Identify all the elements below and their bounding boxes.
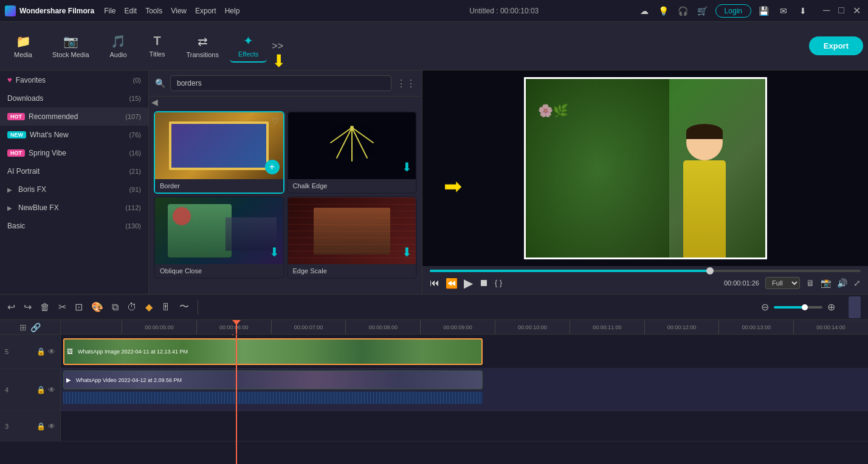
tool-titles[interactable]: T Titles [139,30,176,61]
right-bracket-icon[interactable]: } [500,279,502,287]
spring-vibe-label: Spring Vibe [29,149,66,157]
basic-left: Basic [7,222,25,230]
preview-panel: 🌸🌿 ⏮ ⏪ ▶ ⏹ { } 00 [422,70,868,294]
step-back-button[interactable]: ⏪ [446,278,458,289]
recommended-left: HOT Recommended [7,112,78,121]
tool-transitions[interactable]: ⇄ Transitions [178,30,227,62]
tool-stock-media[interactable]: 📷 Stock Media [44,30,98,62]
export-button[interactable]: Export [809,36,863,55]
sidebar-item-boris-fx[interactable]: ▶ Boris FX (91) [0,180,148,199]
scroll-left-icon[interactable]: ◀ [151,97,158,107]
fullscreen-icon[interactable]: ⤢ [853,278,861,288]
crop-icon[interactable]: ⊡ [75,301,83,313]
track-content-3[interactable] [61,411,868,441]
sidebar-item-whats-new[interactable]: NEW What's New (76) [0,126,148,144]
search-input[interactable] [170,75,391,91]
cloud-icon[interactable]: ☁ [638,4,651,18]
menu-help[interactable]: Help [225,7,240,15]
sidebar-item-recommended[interactable]: HOT Recommended (107) [0,107,148,126]
menu-tools[interactable]: Tools [145,7,162,15]
sidebar-item-spring-vibe[interactable]: HOT Spring Vibe (16) [0,144,148,162]
menu-file[interactable]: File [104,7,115,15]
camera-icon[interactable]: 📸 [821,278,831,288]
clip-video-icon: ▶ [66,377,71,383]
track-content-4[interactable]: ▶ WhatsApp Video 2022-04-12 at 2.09.56 P… [61,369,868,411]
headset-icon[interactable]: 🎧 [677,4,690,18]
tool-audio[interactable]: 🎵 Audio [100,30,137,62]
skip-back-button[interactable]: ⏮ [430,278,439,288]
effect-card-border[interactable]: ♡ + Border [154,111,284,194]
effect-card-edge-scale[interactable]: ⬇ Edge Scale [287,196,418,279]
waveform-icon[interactable]: 〜 [179,301,189,313]
zoom-select[interactable]: Full 50% 25% [765,277,800,289]
snap-icon[interactable]: ⊞ [19,322,27,332]
track-eye-5[interactable]: 👁 [48,347,55,356]
volume-icon[interactable]: 🔊 [837,278,847,288]
cart-icon[interactable]: 🛒 [696,4,709,18]
track-lock-5[interactable]: 🔒 [36,347,46,356]
oblique-close-download-icon[interactable]: ⬇ [269,245,280,259]
left-bracket-icon[interactable]: { [495,279,497,287]
audio-mix-icon[interactable]: 🎚 [161,302,171,313]
preview-frame: 🌸🌿 [526,79,765,258]
scissors-icon: ✂ [231,335,242,341]
border-heart-icon[interactable]: ♡ [272,116,280,126]
downloads-label: Downloads [7,94,43,103]
border-add-button[interactable]: + [265,160,280,174]
titles-icon: T [153,34,160,48]
stop-button[interactable]: ⏹ [479,278,489,288]
grid-view-icon[interactable]: ⋮⋮ [396,78,416,89]
tool-media[interactable]: 📁 Media [5,30,41,62]
timeline: ↩ ↪ 🗑 ✂ ⊡ 🎨 ⧉ ⏱ ◆ 🎚 〜 ⊖ ⊕ ⊞ 🔗 00:00:05:0… [0,294,868,464]
sidebar-item-downloads[interactable]: Downloads (15) [0,89,148,107]
cut-icon[interactable]: ✂ [58,301,66,313]
pip-icon[interactable]: ⧉ [112,302,119,313]
timer-icon[interactable]: ⏱ [127,302,137,313]
track-eye-4[interactable]: 👁 [48,386,55,394]
undo-icon[interactable]: ↩ [7,301,15,313]
edge-scale-download-icon[interactable]: ⬇ [402,245,412,259]
track-header-4: 4 🔒 👁 [0,369,61,411]
sidebar-item-basic[interactable]: Basic (130) [0,217,148,235]
track-clip-5[interactable]: 🖼 WhatsApp Image 2022-04-11 at 12.13.41 … [63,338,483,365]
track-icons-3: 🔒 👁 [36,422,55,431]
sidebar-item-newblue-fx[interactable]: ▶ NewBlue FX (112) [0,199,148,217]
minimize-button[interactable]: ─ [821,5,832,16]
whats-new-count: (76) [129,131,141,138]
menu-view[interactable]: View [171,7,187,15]
screen-icon[interactable]: 🖥 [806,278,815,288]
delete-icon[interactable]: 🗑 [40,302,50,313]
progress-bar[interactable] [430,270,861,272]
effect-card-oblique-close[interactable]: ⬇ Oblique Close [154,196,284,279]
zoom-out-icon[interactable]: ⊖ [761,301,769,313]
track-lock-4[interactable]: 🔒 [36,386,46,394]
login-button[interactable]: Login [715,4,751,18]
play-button[interactable]: ▶ [464,276,473,290]
mail-icon[interactable]: ✉ [777,4,790,18]
download-icon[interactable]: ⬇ [796,4,810,18]
redo-icon[interactable]: ↪ [24,301,32,313]
sidebar-item-ai-portrait[interactable]: AI Portrait (21) [0,162,148,180]
maximize-button[interactable]: □ [836,5,847,16]
tool-effects[interactable]: ✦ Effects [230,30,267,63]
chalk-edge-download-icon[interactable]: ⬇ [402,160,412,174]
zoom-in-icon[interactable]: ⊕ [827,301,835,313]
lock-icon[interactable]: 🔗 [30,322,41,332]
color-icon[interactable]: 🎨 [91,301,103,313]
bulb-icon[interactable]: 💡 [657,4,670,18]
effect-card-chalk-edge[interactable]: ⬇ Chalk Edge [287,111,418,194]
close-button[interactable]: ✕ [850,5,863,16]
menu-export[interactable]: Export [195,7,216,15]
track-lock-3[interactable]: 🔒 [36,422,46,431]
track-clip-4-video[interactable]: ▶ WhatsApp Video 2022-04-12 at 2.09.56 P… [63,370,483,389]
save-icon[interactable]: 💾 [757,4,771,18]
effects-icon: ✦ [243,33,253,48]
track-content-5[interactable]: 🖼 WhatsApp Image 2022-04-11 at 12.13.41 … [61,335,868,368]
menu-edit[interactable]: Edit [124,7,137,15]
zoom-slider[interactable] [774,306,822,309]
ruler-mark-9: 00:00:14:00 [793,320,868,335]
sidebar-item-favorites[interactable]: ♥ Favorites (0) [0,70,148,89]
track-header-5: 5 🔒 👁 [0,335,61,368]
track-eye-3[interactable]: 👁 [48,422,55,431]
keyframe-icon[interactable]: ◆ [145,301,153,313]
